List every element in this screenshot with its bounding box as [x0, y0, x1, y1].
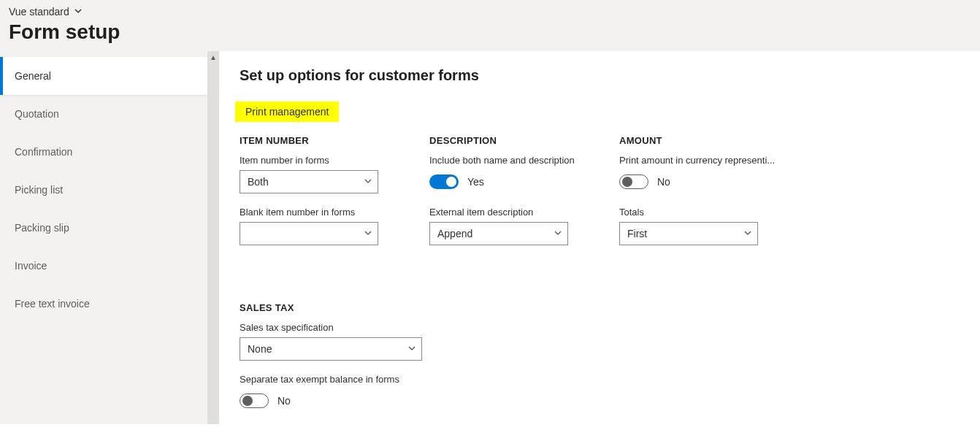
page-title: Form setup	[9, 20, 971, 44]
select-sales-tax-spec[interactable]: None	[240, 337, 422, 361]
select-value: Append	[429, 222, 568, 245]
scrollbar[interactable]: ▲	[207, 51, 219, 424]
toggle-thumb	[622, 177, 632, 187]
sidebar-item-label: Packing slip	[15, 222, 69, 234]
print-mgmt-label: Print management	[245, 106, 329, 118]
field-include-both: Include both name and description Yes	[429, 155, 575, 193]
field-external-item: External item description Append	[429, 207, 575, 245]
print-management-button[interactable]: Print management	[235, 101, 339, 122]
main-title: Set up options for customer forms	[240, 67, 960, 84]
toggle-print-amount[interactable]	[619, 174, 648, 189]
view-selector-label: Vue standard	[9, 6, 69, 18]
col-header-description: DESCRIPTION	[429, 135, 575, 146]
sidebar: General Quotation Confirmation Picking l…	[0, 51, 219, 424]
select-blank-item-number[interactable]	[240, 222, 378, 245]
sidebar-item-label: Quotation	[15, 108, 59, 120]
chevron-down-icon	[74, 6, 83, 18]
select-totals[interactable]: First	[619, 222, 758, 245]
field-print-amount: Print amount in currency representi... N…	[619, 155, 775, 193]
sidebar-item-label: Free text invoice	[15, 298, 90, 310]
col-header-sales-tax: SALES TAX	[240, 302, 422, 313]
toggle-label-print-amount: No	[657, 176, 670, 188]
select-value	[240, 222, 378, 245]
toggle-include-both[interactable]	[429, 174, 459, 189]
toggle-thumb	[242, 396, 253, 406]
sidebar-item-label: Picking list	[15, 184, 63, 196]
main-panel: Set up options for customer forms Print …	[219, 51, 980, 424]
label-print-amount: Print amount in currency representi...	[619, 155, 775, 166]
sidebar-item-label: General	[15, 70, 51, 82]
select-value: Both	[240, 170, 378, 193]
sidebar-item-label: Confirmation	[15, 146, 72, 158]
toggle-thumb	[446, 177, 456, 187]
field-item-number-in-forms: Item number in forms Both	[240, 155, 386, 193]
field-separate-tax: Separate tax exempt balance in forms No	[240, 374, 422, 412]
sidebar-item-confirmation[interactable]: Confirmation	[0, 133, 219, 171]
header-bar: Vue standard Form setup	[0, 0, 980, 51]
view-selector[interactable]: Vue standard	[9, 6, 83, 18]
col-amount: AMOUNT Print amount in currency represen…	[619, 135, 775, 258]
label-separate-tax: Separate tax exempt balance in forms	[240, 374, 422, 385]
sidebar-item-general[interactable]: General	[0, 57, 219, 95]
select-value: First	[619, 222, 758, 245]
field-sales-tax-spec: Sales tax specification None	[240, 322, 422, 361]
col-sales-tax: SALES TAX Sales tax specification None S…	[240, 302, 422, 424]
col-item-number: ITEM NUMBER Item number in forms Both Bl…	[240, 135, 386, 258]
col-header-amount: AMOUNT	[619, 135, 775, 146]
select-item-number-in-forms[interactable]: Both	[240, 170, 378, 193]
select-value: None	[240, 337, 422, 361]
sidebar-item-invoice[interactable]: Invoice	[0, 247, 219, 285]
content-row: General Quotation Confirmation Picking l…	[0, 51, 980, 424]
sidebar-item-picking-list[interactable]: Picking list	[0, 171, 219, 209]
label-sales-tax-spec: Sales tax specification	[240, 322, 422, 333]
field-totals: Totals First	[619, 207, 775, 245]
field-blank-item-number: Blank item number in forms	[240, 207, 386, 245]
label-external-item: External item description	[429, 207, 575, 218]
toggle-separate-tax[interactable]	[240, 393, 269, 408]
toggle-label-separate-tax: No	[277, 395, 291, 407]
col-description: DESCRIPTION Include both name and descri…	[429, 135, 575, 258]
sidebar-item-quotation[interactable]: Quotation	[0, 95, 219, 133]
sidebar-item-free-text-invoice[interactable]: Free text invoice	[0, 285, 219, 323]
select-external-item[interactable]: Append	[429, 222, 568, 245]
label-include-both: Include both name and description	[429, 155, 575, 166]
sidebar-item-label: Invoice	[15, 260, 47, 272]
sidebar-item-packing-slip[interactable]: Packing slip	[0, 209, 219, 247]
sidebar-list: General Quotation Confirmation Picking l…	[0, 51, 219, 323]
scroll-up-icon[interactable]: ▲	[207, 51, 219, 63]
col-header-item-number: ITEM NUMBER	[240, 135, 386, 146]
label-item-number-in-forms: Item number in forms	[240, 155, 386, 166]
toggle-label-include-both: Yes	[467, 176, 484, 188]
form-columns: ITEM NUMBER Item number in forms Both Bl…	[240, 135, 960, 424]
label-blank-item-number: Blank item number in forms	[240, 207, 386, 218]
label-totals: Totals	[619, 207, 775, 218]
